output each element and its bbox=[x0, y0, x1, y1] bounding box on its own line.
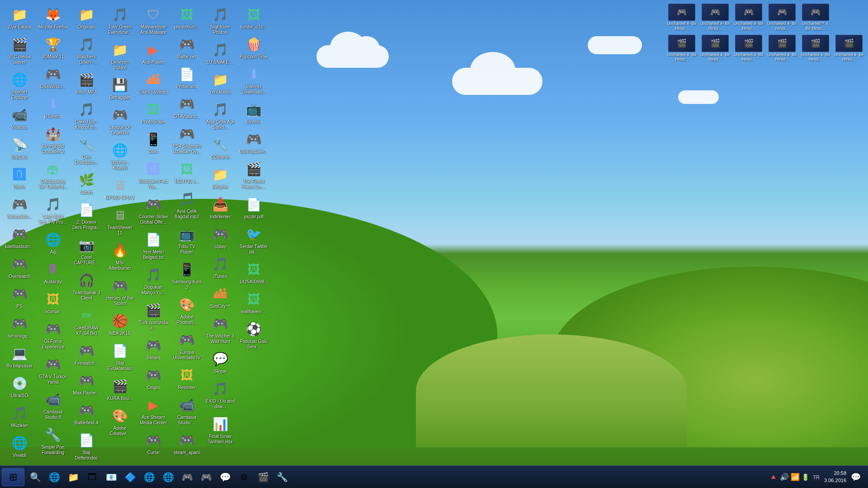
desktop-icon-ayla-celik2[interactable]: 🎵 Ayla Çelik Aşk Şarkıl... bbox=[204, 99, 236, 132]
taskbar-tb-chrome[interactable]: 🌐 bbox=[140, 468, 158, 486]
desktop-icon-yeni-klasor[interactable]: 📁 Yeni klasör bbox=[204, 69, 236, 97]
desktop-icon-muzikler[interactable]: 🎵 Müzikler bbox=[4, 402, 35, 430]
desktop-icon-bu-bilgisayar[interactable]: 💻 Bu bilgisayar bbox=[4, 343, 35, 371]
notification-btn[interactable]: 💬 bbox=[849, 472, 863, 482]
start-button[interactable]: ⊞ bbox=[2, 468, 24, 486]
desktop-icon-ds4windows[interactable]: 🎮 DS4Windo... bbox=[37, 63, 69, 91]
desktop-icon-toby-green[interactable]: 🎵 Toby Green Everytime... bbox=[104, 4, 136, 37]
desktop-icon-battlefield4[interactable]: 🎮 Battlefield 4 bbox=[71, 399, 102, 427]
desktop-icon-stremio[interactable]: 📺 Stremio bbox=[238, 99, 269, 127]
desktop-icon-gen-donusum[interactable]: 🔧 Gen Dönüşüm... bbox=[71, 134, 102, 167]
desktop-icon-msi-afterburner[interactable]: 🔥 MSI Afterburner bbox=[104, 239, 136, 273]
desktop-icon-ultraiso[interactable]: 💿 UltraISO bbox=[4, 372, 35, 400]
desktop-icon-csgo[interactable]: 🎮 Counter-Strike Global Offe... bbox=[137, 193, 169, 227]
desktop-icon-caked-up[interactable]: 🎵 Caked Up - King of th... bbox=[71, 99, 102, 132]
desktop-icon-bitstream[interactable]: 🅱 Bitstream Font Na... bbox=[137, 158, 169, 192]
taskbar-tb-vlc[interactable]: 🎬 bbox=[254, 468, 272, 486]
desktop-icon-final-sinav[interactable]: 📊 Final Sınav Tarihleri.xlsx bbox=[204, 413, 236, 446]
desktop-icon-gtav-launch[interactable]: 🎮 GTAVlaunc... bbox=[171, 93, 203, 121]
desktop-icon-chrome[interactable]: 🌐 chrome - Kisayol bbox=[104, 139, 136, 173]
desktop-icon-nature[interactable]: 🌿 Nature bbox=[71, 169, 102, 197]
taskbar-tb-gamepad[interactable]: 🎮 bbox=[178, 468, 196, 486]
desktop-icon-ag[interactable]: 🌐 Ağ bbox=[37, 229, 69, 257]
desktop-icon-dogukan-manco[interactable]: 🎵 Doğukan Manço Yu... bbox=[137, 264, 169, 297]
desktop-icon-ps4-sistem[interactable]: 🎮 PS4 Sistemini Uzaktan Oy... bbox=[171, 123, 203, 156]
desktop-icon-tumblr[interactable]: 🖼 tumblr_o1b... bbox=[238, 4, 269, 32]
tray-volume[interactable]: 🔊 bbox=[780, 473, 789, 481]
tray-icon-1[interactable]: 🔺 bbox=[769, 473, 778, 481]
desktop-icon-ps[interactable]: 🎮 PS bbox=[4, 283, 35, 311]
desktop-icon-teamspeak[interactable]: 🎧 TeamSpeak 3 Client bbox=[71, 269, 102, 303]
taskbar-tb-search[interactable]: 🔍 bbox=[26, 468, 44, 486]
desktop-icon-steam-apani[interactable]: 🎮 steam_apani bbox=[171, 429, 203, 457]
desktop-icon-staj-defterdoc[interactable]: 📄 Staj Defterindoc bbox=[71, 429, 102, 463]
tray-ime[interactable]: TR bbox=[811, 474, 821, 481]
desktop-icon-tribu-tv[interactable]: 📺 Tribu TV Player bbox=[171, 223, 203, 257]
taskbar-tb-folder[interactable]: 📁 bbox=[64, 468, 82, 486]
desktop-icon-popcorn-time[interactable]: 🍿 Popcorn Time bbox=[238, 33, 269, 61]
desktop-icon-malwarebytes[interactable]: 🛡 Malwarebyte Anti-Malware bbox=[137, 4, 169, 37]
desktop-icon-overwatch[interactable]: 🎮 Overwatch bbox=[4, 253, 35, 281]
desktop-icon-camtasia[interactable]: 📹 Camtasia Studio 8 bbox=[37, 389, 69, 422]
desktop-icon-nba-2k16[interactable]: 🏀 NBA 2K16 bbox=[104, 310, 136, 338]
desktop-icon-skype[interactable]: 💬 Skype bbox=[204, 348, 236, 376]
desktop-icon-exid[interactable]: 🎵 EXID - Up and dow... bbox=[204, 378, 236, 411]
desktop-icon-samsung-kies[interactable]: 📱 Samsung Kies 3 bbox=[171, 258, 203, 292]
desktop-icon-photothumb[interactable]: 🖼 photothum... bbox=[171, 4, 203, 32]
taskbar-tb-cortana[interactable]: 🔷 bbox=[121, 468, 139, 486]
desktop-icon-internet-explorer[interactable]: 🌐 Internet Explorer bbox=[4, 69, 35, 102]
desktop-icon-simcity[interactable]: 🏙 SimCity™ bbox=[204, 283, 236, 311]
desktop-icon-deneyim[interactable]: 📁 Deneyim İnizayi bbox=[104, 39, 136, 72]
desktop-icon-wallhaven[interactable]: 🖼 wallhaven-... bbox=[238, 288, 269, 316]
desktop-icon-geforce[interactable]: 🎮 GEForce Experience bbox=[37, 318, 69, 352]
desktop-icon-simonoggu[interactable]: 🎮 simonogg... bbox=[4, 313, 35, 341]
desktop-icon-videolar[interactable]: 📹 Videolar bbox=[4, 104, 35, 132]
desktop-icon-last-night[interactable]: 🎵 Last Night feat. Fly Pro... bbox=[37, 193, 69, 227]
desktop-icon-ccleaner[interactable]: 🔧 CCleaner bbox=[204, 134, 236, 162]
taskbar-tb-windows[interactable]: 🗔 bbox=[83, 468, 101, 486]
desktop-icon-gpuid[interactable]: 🖥 GPUID CPU-Z bbox=[104, 174, 136, 202]
desktop-icon-defraggler[interactable]: 💾 Defraggler bbox=[104, 74, 136, 102]
taskbar-tb-ie[interactable]: 🌐 bbox=[45, 468, 63, 486]
desktop-icon-aceplayer[interactable]: ▶ Ace-Player bbox=[137, 39, 169, 67]
desktop-icon-mozilla-firefox[interactable]: 🦊 Mozilla Firefox bbox=[37, 4, 69, 32]
desktop-icon-cities-skylines[interactable]: 🏙 Cities Skylines bbox=[137, 69, 169, 97]
taskbar-tb-mail[interactable]: 📧 bbox=[102, 468, 120, 486]
desktop-icon-max-payne[interactable]: 🎮 Max Payne... bbox=[71, 370, 102, 398]
desktop-icon-yazdir-pdf[interactable]: 📄 yazdir.pdf bbox=[238, 193, 269, 221]
desktop-icon-finest-hours[interactable]: 🎬 The Finest Hours ize,... bbox=[238, 158, 269, 192]
taskbar-tb-unknown[interactable]: 🔧 bbox=[273, 468, 291, 486]
desktop-icon-coreldraw[interactable]: ✏ CorelDRAW X7 (64 Bit) bbox=[71, 305, 102, 338]
desktop-icon-league-legends[interactable]: 🎮 League Of Legends bbox=[104, 104, 136, 137]
desktop-icon-gtav-yama[interactable]: 🎮 GTA V Türkçe Yama bbox=[37, 353, 69, 387]
desktop-icon-camtasia-studio[interactable]: 📹 Camtasia Studio ... bbox=[171, 394, 203, 427]
desktop-icon-turk-sporunda[interactable]: 🎬 Türk sporunda il... bbox=[137, 299, 169, 333]
desktop-icon-origin[interactable]: 🎮 Origin bbox=[137, 364, 169, 392]
desktop-icon-yeni-metin[interactable]: 📄 Yeni Metin Belgesi.txt bbox=[137, 229, 169, 262]
desktop-icon-adobe-create[interactable]: 🎨 Adobe Creative... bbox=[104, 405, 136, 438]
desktop-icon-14254009[interactable]: 🖼 1425400998... bbox=[238, 258, 269, 286]
desktop-icon-firewatch[interactable]: 🎮 Firewatch... bbox=[71, 340, 102, 368]
desktop-icon-battlenet[interactable]: 🎮 Battle.net bbox=[171, 33, 203, 61]
desktop-icon-galatasaray[interactable]: 🏟 Galatasaray SK Twitter/d... bbox=[37, 158, 69, 192]
taskbar-tb-steam[interactable]: 🎮 bbox=[197, 468, 215, 486]
desktop-icon-corel-capture[interactable]: 📷 Corel CAPTURE... bbox=[71, 234, 102, 267]
desktop-icon-2-donem[interactable]: 📄 2. Dönem Ders Progra... bbox=[71, 199, 102, 232]
desktop-icon-originals[interactable]: 📁 Originals bbox=[71, 4, 102, 32]
desktop-icon-adobe-photo[interactable]: 🎨 Adobe Photosh... bbox=[171, 294, 203, 327]
desktop-icon-europa[interactable]: 🎮 Europa Universalis IV bbox=[171, 329, 203, 362]
desktop-icon-teamviewer[interactable]: 🖥 TeamViewer 11 bbox=[104, 204, 136, 238]
desktop-icon-witcher[interactable]: 🎮 The Witcher 3 Wild Hunt bbox=[204, 313, 236, 346]
desktop-icon-illidanskills[interactable]: 🎮 illidanskills... bbox=[4, 193, 35, 221]
taskbar-tb-settings[interactable]: ⚙ bbox=[235, 468, 253, 486]
desktop-icon-indirilenler[interactable]: 📥 İndirilenler bbox=[204, 193, 236, 221]
desktop-icon-acestream[interactable]: ▶ Ace Stream Media Center bbox=[137, 394, 169, 427]
desktop-icon-resimler[interactable]: 🖼 Resimler bbox=[171, 364, 203, 392]
taskbar-tb-discord[interactable]: 💬 bbox=[216, 468, 234, 486]
taskbar-tb-edge[interactable]: 🌐 bbox=[159, 468, 177, 486]
desktop-icon-watchers-down[interactable]: 🎵 Watchers Down - Kisayol bbox=[71, 33, 102, 67]
desktop-icon-curse[interactable]: 🎮 Curse bbox=[137, 429, 169, 457]
desktop-icon-serdar-twitter[interactable]: 🐦 Serdar Twitter da... bbox=[238, 223, 269, 257]
desktop-icon-ayla-celik[interactable]: 🎵 Ayla Çelik Bağdat.mp3 bbox=[171, 188, 203, 221]
desktop-icon-staj-evraklama[interactable]: 📄 Staj Evraklaması bbox=[104, 340, 136, 373]
